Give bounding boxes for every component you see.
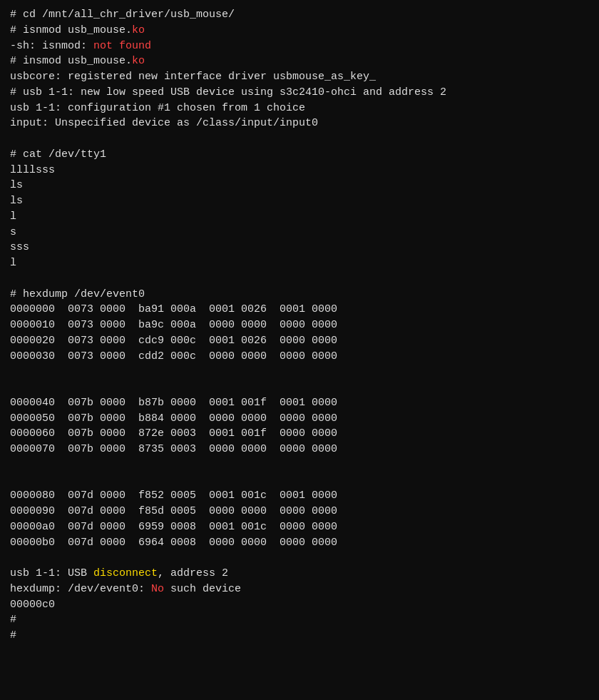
terminal-text: -sh: isnmod: xyxy=(10,40,93,52)
terminal-text: , address 2 xyxy=(158,567,228,579)
terminal-output: # cd /mnt/all_chr_driver/usb_mouse/# isn… xyxy=(10,7,589,644)
terminal-line: # xyxy=(10,612,589,628)
terminal-line: # cat /dev/tty1 xyxy=(10,147,589,163)
terminal-line xyxy=(10,473,589,489)
terminal-text: 0000070 007b 0000 8735 0003 0000 0000 00… xyxy=(10,443,337,455)
terminal-line: hexdump: /dev/event0: No such device xyxy=(10,582,589,597)
terminal-text: such device xyxy=(164,583,241,595)
terminal-line: usb 1-1: configuration #1 chosen from 1 … xyxy=(10,101,589,116)
terminal-text: usb 1-1: USB xyxy=(10,567,93,579)
terminal-line xyxy=(10,380,589,395)
terminal-line: s xyxy=(10,225,589,240)
terminal-text: 0000030 0073 0000 cdd2 000c 0000 0000 00… xyxy=(10,350,337,362)
terminal-text: 0000010 0073 0000 ba9c 000a 0000 0000 00… xyxy=(10,319,337,331)
terminal-text: 0000080 007d 0000 f852 0005 0001 001c 00… xyxy=(10,490,337,502)
terminal-line: 0000080 007d 0000 f852 0005 0001 001c 00… xyxy=(10,488,589,504)
terminal-text: 0000090 007d 0000 f85d 0005 0000 0000 00… xyxy=(10,505,337,517)
terminal-line xyxy=(10,550,589,566)
terminal-line: 0000090 007d 0000 f85d 0005 0000 0000 00… xyxy=(10,504,589,519)
terminal-line: 00000a0 007d 0000 6959 0008 0001 001c 00… xyxy=(10,519,589,535)
terminal-line: 00000b0 007d 0000 6964 0008 0000 0000 00… xyxy=(10,535,589,551)
terminal-line: usbcore: registered new interface driver… xyxy=(10,69,589,85)
terminal-line: 0000050 007b 0000 b884 0000 0000 0000 00… xyxy=(10,411,589,427)
terminal-text: ko xyxy=(132,24,145,36)
terminal-text: hexdump: /dev/event0: xyxy=(10,583,151,595)
terminal-line: llllsss xyxy=(10,163,589,178)
terminal-line: 0000040 007b 0000 b87b 0000 0001 001f 00… xyxy=(10,395,589,411)
terminal-text: usbcore: registered new interface driver… xyxy=(10,71,376,83)
terminal-line: 0000000 0073 0000 ba91 000a 0001 0026 00… xyxy=(10,302,589,318)
terminal-text: l xyxy=(10,210,16,223)
terminal-line xyxy=(10,271,589,287)
terminal-line: ls xyxy=(10,193,589,209)
terminal-text: 00000b0 007d 0000 6964 0008 0000 0000 00… xyxy=(10,537,337,549)
terminal-line: 00000c0 xyxy=(10,597,589,613)
terminal-line: -sh: isnmod: not found xyxy=(10,39,589,54)
terminal-text: No xyxy=(151,583,164,595)
terminal-text: input: Unspecified device as /class/inpu… xyxy=(10,117,318,129)
terminal-line: 0000070 007b 0000 8735 0003 0000 0000 00… xyxy=(10,442,589,457)
terminal-text: disconnect xyxy=(93,567,158,579)
terminal-line: 0000060 007b 0000 872e 0003 0001 001f 00… xyxy=(10,426,589,442)
terminal-text: s xyxy=(10,226,16,238)
terminal-text: 0000000 0073 0000 ba91 000a 0001 0026 00… xyxy=(10,303,337,315)
terminal-text: # usb 1-1: new low speed USB device usin… xyxy=(10,86,446,98)
terminal-text: usb 1-1: configuration #1 chosen from 1 … xyxy=(10,102,305,114)
terminal-text: 0000020 0073 0000 cdc9 000c 0001 0026 00… xyxy=(10,335,337,347)
terminal-line xyxy=(10,364,589,380)
terminal-text: # cd /mnt/all_chr_driver/usb_mouse/ xyxy=(10,9,235,21)
terminal-line: 0000030 0073 0000 cdd2 000c 0000 0000 00… xyxy=(10,349,589,365)
terminal-text: ls xyxy=(10,179,23,191)
terminal-line: # xyxy=(10,628,589,644)
terminal-line: 0000020 0073 0000 cdc9 000c 0001 0026 00… xyxy=(10,333,589,349)
terminal-line: # insmod usb_mouse.ko xyxy=(10,54,589,69)
terminal-text: ko xyxy=(132,55,145,67)
terminal-text: 0000060 007b 0000 872e 0003 0001 001f 00… xyxy=(10,427,337,440)
terminal-line xyxy=(10,131,589,147)
terminal-line xyxy=(10,457,589,473)
terminal-line: l xyxy=(10,209,589,225)
terminal-text: 0000040 007b 0000 b87b 0000 0001 001f 00… xyxy=(10,397,337,409)
terminal-line: # hexdump /dev/event0 xyxy=(10,287,589,303)
terminal-line: # cd /mnt/all_chr_driver/usb_mouse/ xyxy=(10,7,589,23)
terminal-line: input: Unspecified device as /class/inpu… xyxy=(10,116,589,131)
terminal-text: # hexdump /dev/event0 xyxy=(10,288,145,300)
terminal-line: sss xyxy=(10,240,589,255)
terminal-text: not found xyxy=(93,40,151,52)
terminal-text: sss xyxy=(10,241,29,253)
terminal-line: l xyxy=(10,255,589,271)
terminal-text: # insmod usb_mouse. xyxy=(10,55,132,67)
terminal-text: 00000c0 xyxy=(10,599,55,611)
terminal-text: l xyxy=(10,257,16,269)
terminal-line: # isnmod usb_mouse.ko xyxy=(10,23,589,39)
terminal-text: 00000a0 007d 0000 6959 0008 0001 001c 00… xyxy=(10,521,337,533)
terminal-text: # xyxy=(10,629,16,641)
terminal-line: usb 1-1: USB disconnect, address 2 xyxy=(10,566,589,582)
terminal-line: 0000010 0073 0000 ba9c 000a 0000 0000 00… xyxy=(10,318,589,333)
terminal-text: # xyxy=(10,614,16,626)
terminal-line: # usb 1-1: new low speed USB device usin… xyxy=(10,85,589,101)
terminal-text: # cat /dev/tty1 xyxy=(10,148,106,161)
terminal-text: # isnmod usb_mouse. xyxy=(10,24,132,36)
terminal-text: 0000050 007b 0000 b884 0000 0000 0000 00… xyxy=(10,412,337,425)
terminal-text: llllsss xyxy=(10,164,55,176)
terminal-line: ls xyxy=(10,178,589,193)
terminal-text: ls xyxy=(10,195,23,207)
